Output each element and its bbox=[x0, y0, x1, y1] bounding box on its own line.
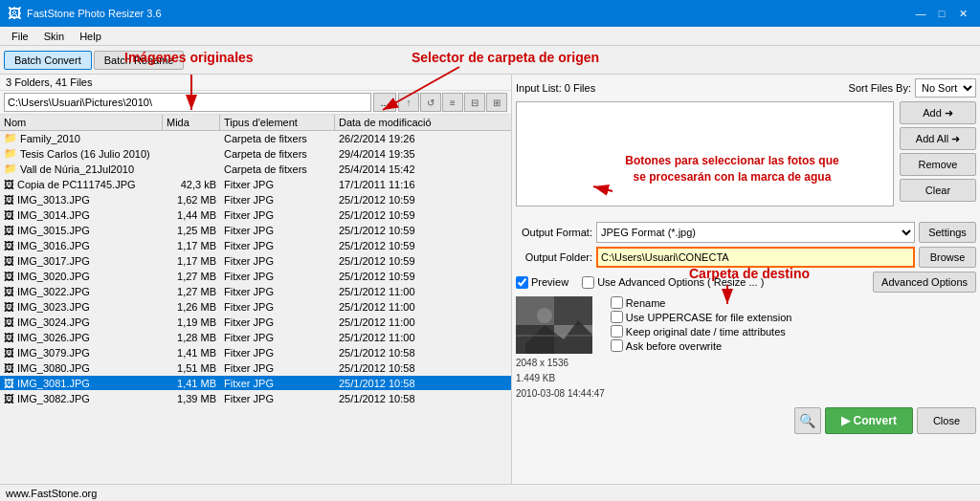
table-row[interactable]: 🖼 IMG_3022.JPG 1,27 MB Fitxer JPG 25/1/2… bbox=[0, 284, 511, 299]
batch-rename-button[interactable]: Batch Rename bbox=[94, 51, 185, 70]
close-button[interactable]: Close bbox=[917, 407, 976, 434]
table-row[interactable]: 🖼 IMG_3023.JPG 1,26 MB Fitxer JPG 25/1/2… bbox=[0, 299, 511, 315]
file-name: IMG_3081.JPG bbox=[17, 378, 90, 389]
table-row[interactable]: 📁 Tesis Carlos (16 Julio 2010) Carpeta d… bbox=[0, 146, 511, 162]
table-row[interactable]: 🖼 IMG_3014.JPG 1,44 MB Fitxer JPG 25/1/2… bbox=[0, 207, 511, 223]
col-header-mida[interactable]: Mida bbox=[163, 115, 220, 130]
minimize-button[interactable]: — bbox=[911, 4, 930, 23]
table-row[interactable]: 📁 Family_2010 Carpeta de fitxers 26/2/20… bbox=[0, 131, 511, 146]
file-date: 25/1/2012 10:59 bbox=[335, 225, 493, 236]
file-type: Fitxer JPG bbox=[220, 179, 335, 190]
svg-rect-7 bbox=[516, 335, 592, 337]
advanced-checkbox-label[interactable]: Use Advanced Options ( Resize ... ) bbox=[582, 276, 764, 289]
folder-row: Output Folder: Browse bbox=[516, 247, 976, 268]
table-row[interactable]: 🖼 IMG_3080.JPG 1,51 MB Fitxer JPG 25/1/2… bbox=[0, 360, 511, 376]
col-header-nom[interactable]: Nom bbox=[0, 115, 163, 130]
file-type: Fitxer JPG bbox=[220, 393, 335, 404]
file-name: IMG_3016.JPG bbox=[17, 240, 90, 251]
advanced-options-button[interactable]: Advanced Options bbox=[873, 272, 976, 293]
file-size: 1,44 MB bbox=[163, 209, 220, 221]
add-button[interactable]: Add ➜ bbox=[900, 101, 976, 124]
clear-button[interactable]: Clear bbox=[900, 179, 976, 202]
file-name: IMG_3079.JPG bbox=[17, 347, 90, 359]
keepdate-checkbox[interactable] bbox=[611, 325, 623, 338]
settings-button[interactable]: Settings bbox=[919, 222, 976, 243]
table-row[interactable]: 🖼 Copia de PC111745.JPG 42,3 kB Fitxer J… bbox=[0, 177, 511, 192]
output-format-select[interactable]: JPEG Format (*.jpg) bbox=[596, 222, 915, 243]
table-row[interactable]: 🖼 IMG_3026.JPG 1,28 MB Fitxer JPG 25/1/2… bbox=[0, 330, 511, 345]
output-folder-input[interactable] bbox=[596, 247, 915, 268]
file-icon: 🖼 bbox=[4, 255, 14, 267]
file-size: 42,3 kB bbox=[163, 179, 220, 190]
file-type: Carpeta de fitxers bbox=[220, 163, 335, 175]
convert-button[interactable]: ▶ Convert bbox=[825, 407, 913, 434]
file-name: IMG_3015.JPG bbox=[17, 225, 90, 236]
askoverwrite-checkbox[interactable] bbox=[611, 339, 623, 352]
menu-file[interactable]: File bbox=[4, 29, 36, 44]
file-size: 1,26 MB bbox=[163, 301, 220, 313]
col-header-data[interactable]: Data de modificació bbox=[335, 115, 493, 130]
close-window-button[interactable]: ✕ bbox=[953, 4, 972, 23]
preview-checkbox[interactable] bbox=[516, 276, 528, 289]
menu-skin[interactable]: Skin bbox=[36, 29, 72, 44]
askoverwrite-checkbox-label[interactable]: Ask before overwrite bbox=[611, 339, 792, 352]
up-folder-button[interactable]: ↑ bbox=[398, 93, 419, 112]
file-count: 3 Folders, 41 Files bbox=[0, 75, 511, 91]
table-row[interactable]: 🖼 IMG_3020.JPG 1,27 MB Fitxer JPG 25/1/2… bbox=[0, 269, 511, 284]
toolbar: Batch Convert Batch Rename bbox=[0, 46, 980, 75]
view-thumbnails-button[interactable]: ⊞ bbox=[486, 93, 507, 112]
table-row[interactable]: 🖼 IMG_3017.JPG 1,17 MB Fitxer JPG 25/1/2… bbox=[0, 253, 511, 269]
preview-checkbox-label[interactable]: Preview bbox=[516, 276, 568, 289]
file-type: Fitxer JPG bbox=[220, 240, 335, 251]
keepdate-checkbox-label[interactable]: Keep original date / time attributes bbox=[611, 325, 792, 338]
rename-checkbox-label[interactable]: Rename bbox=[611, 296, 792, 309]
file-icon: 🖼 bbox=[4, 225, 14, 236]
table-row[interactable]: 🖼 IMG_3081.JPG 1,41 MB Fitxer JPG 25/1/2… bbox=[0, 376, 511, 391]
rename-checkbox[interactable] bbox=[611, 296, 623, 309]
svg-point-5 bbox=[537, 308, 552, 323]
file-name: IMG_3013.JPG bbox=[17, 194, 90, 206]
folder-icon: 📁 bbox=[4, 132, 17, 144]
table-row[interactable]: 📁 Vall de Núria_21Jul2010 Carpeta de fit… bbox=[0, 162, 511, 177]
refresh-button[interactable]: ↺ bbox=[420, 93, 441, 112]
remove-button[interactable]: Remove bbox=[900, 153, 976, 176]
batch-convert-button[interactable]: Batch Convert bbox=[4, 51, 92, 70]
file-size: 1,39 MB bbox=[163, 393, 220, 404]
menu-bar: File Skin Help bbox=[0, 27, 980, 46]
table-row[interactable]: 🖼 IMG_3079.JPG 1,41 MB Fitxer JPG 25/1/2… bbox=[0, 345, 511, 360]
file-type: Fitxer JPG bbox=[220, 194, 335, 206]
uppercase-checkbox[interactable] bbox=[611, 311, 623, 323]
view-list-button[interactable]: ⊟ bbox=[464, 93, 485, 112]
file-list-container: Nom Mida Tipus d'element Data de modific… bbox=[0, 115, 511, 484]
advanced-checkbox[interactable] bbox=[582, 276, 594, 289]
file-size: 1,17 MB bbox=[163, 255, 220, 267]
file-date: 29/4/2014 19:35 bbox=[335, 148, 493, 160]
options-row: Preview Use Advanced Options ( Resize ..… bbox=[516, 272, 976, 293]
path-input[interactable] bbox=[4, 93, 371, 112]
add-all-button[interactable]: Add All ➜ bbox=[900, 127, 976, 150]
file-type: Carpeta de fitxers bbox=[220, 133, 335, 144]
uppercase-checkbox-label[interactable]: Use UPPERCASE for file extension bbox=[611, 311, 792, 323]
preview-info: 2048 x 1536 1.449 KB 2010-03-08 14:44:47 bbox=[516, 356, 605, 402]
table-row[interactable]: 🖼 IMG_3013.JPG 1,62 MB Fitxer JPG 25/1/2… bbox=[0, 192, 511, 207]
status-bar: www.FastStone.org bbox=[0, 484, 980, 501]
file-icon: 🖼 bbox=[4, 378, 14, 389]
file-name: IMG_3023.JPG bbox=[17, 301, 90, 313]
file-icon: 🖼 bbox=[4, 347, 14, 359]
maximize-button[interactable]: □ bbox=[932, 4, 951, 23]
table-row[interactable]: 🖼 IMG_3015.JPG 1,25 MB Fitxer JPG 25/1/2… bbox=[0, 223, 511, 238]
browse-path-button[interactable]: ... bbox=[373, 93, 396, 112]
col-header-tipus[interactable]: Tipus d'element bbox=[220, 115, 335, 130]
table-row[interactable]: 🖼 IMG_3024.JPG 1,19 MB Fitxer JPG 25/1/2… bbox=[0, 315, 511, 330]
browse-button[interactable]: Browse bbox=[919, 247, 976, 268]
sort-select[interactable]: No SortNameDateSize bbox=[915, 78, 976, 98]
magnify-button[interactable]: 🔍 bbox=[794, 407, 821, 434]
menu-help[interactable]: Help bbox=[72, 29, 109, 44]
table-row[interactable]: 🖼 IMG_3082.JPG 1,39 MB Fitxer JPG 25/1/2… bbox=[0, 391, 511, 406]
file-name: Vall de Núria_21Jul2010 bbox=[20, 163, 134, 175]
view-details-button[interactable]: ≡ bbox=[442, 93, 463, 112]
table-row[interactable]: 🖼 IMG_3016.JPG 1,17 MB Fitxer JPG 25/1/2… bbox=[0, 238, 511, 253]
file-icon: 🖼 bbox=[4, 240, 14, 251]
action-buttons: Add ➜ Add All ➜ Remove Clear bbox=[900, 101, 976, 216]
file-size: 1,27 MB bbox=[163, 271, 220, 282]
